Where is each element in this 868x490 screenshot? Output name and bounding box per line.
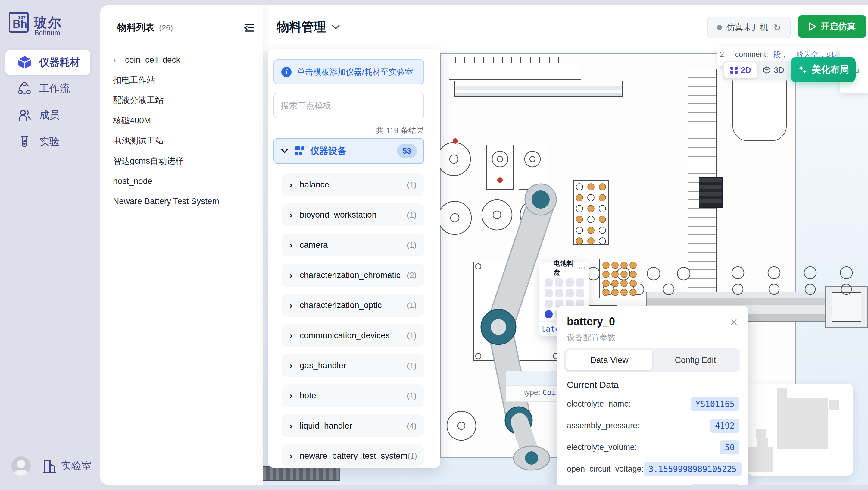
sidebar-item-label: 仪器耗材 xyxy=(39,55,80,69)
minimap[interactable] xyxy=(747,384,853,475)
sidebar-item-label: 成员 xyxy=(39,108,60,122)
type-key: type: xyxy=(524,388,540,397)
cube-3d-icon xyxy=(763,66,771,75)
result-count: 共 119 条结果 xyxy=(274,125,424,136)
experiment-icon xyxy=(18,135,31,149)
status-dot xyxy=(717,25,722,30)
cad-chain-track xyxy=(262,466,340,481)
cad-top-assembly xyxy=(449,63,581,80)
refresh-icon[interactable]: ↻ xyxy=(773,22,781,33)
material-item[interactable]: › host_node xyxy=(111,174,254,188)
tray-cell[interactable] xyxy=(545,299,553,308)
tab-config-edit[interactable]: Config Edit xyxy=(652,350,739,370)
current-data-list: electrolyte_name: YS101165 assembly_pres… xyxy=(567,397,739,485)
group-count-badge: 53 xyxy=(397,144,417,158)
template-item[interactable]: › balance (1) xyxy=(282,173,424,196)
sparkles-icon xyxy=(797,64,807,75)
main-surface: 物料列表 (26) › coin_cell_deck › 扣电工作站 › xyxy=(100,5,868,485)
material-item[interactable]: › 配液分液工站 xyxy=(111,93,254,107)
popup-title: battery_0 xyxy=(567,315,615,328)
tray-cell[interactable] xyxy=(576,279,584,287)
page-title-dropdown[interactable]: 物料管理 xyxy=(277,19,340,35)
view-3d-button[interactable]: 3D xyxy=(757,62,790,78)
user-avatar[interactable] xyxy=(11,456,31,475)
chevron-right-icon: › xyxy=(289,300,292,310)
template-item[interactable]: › characterization_optic (1) xyxy=(282,294,424,317)
template-item[interactable]: › bioyond_workstation (1) xyxy=(282,203,424,226)
close-icon[interactable]: × xyxy=(730,316,738,328)
tray-cell[interactable] xyxy=(545,289,553,297)
data-key: assembly_pressure: xyxy=(567,421,640,430)
tooltip-key: _comment: xyxy=(731,50,768,58)
data-row: open_circuit_voltage: 3.1559998989105225 xyxy=(567,462,739,476)
data-row: data_electrolyte_code: LG000014 xyxy=(567,483,739,485)
tray-cell[interactable] xyxy=(576,289,584,297)
current-data-heading: Current Data xyxy=(567,380,619,390)
material-item[interactable]: › 核磁400M xyxy=(111,114,254,127)
building-icon xyxy=(43,458,57,473)
material-item[interactable]: › 电池测试工站 xyxy=(111,134,254,148)
cad-panel-a xyxy=(486,145,514,190)
cad-rail-carriage-inner xyxy=(832,292,861,322)
template-panel: i 单击模板添加仪器/耗材至实验室 共 119 条结果 仪器设备 53 › ba… xyxy=(268,49,440,468)
sidebar-item-experiments[interactable]: 实验 xyxy=(0,129,100,154)
data-row: electrolyte_name: YS101165 xyxy=(567,397,739,411)
lab-entry[interactable]: 实验室 xyxy=(43,458,92,473)
template-item[interactable]: › liquid_handler (4) xyxy=(282,414,424,437)
brand-name-en: Bohrium xyxy=(34,29,60,37)
lab-entry-label: 实验室 xyxy=(61,459,92,473)
beautify-layout-button[interactable]: 美化布局 xyxy=(790,57,856,82)
chevron-right-icon: › xyxy=(289,361,292,371)
chevron-right-icon: › xyxy=(289,391,292,401)
sidebar-item-workflow[interactable]: 工作流 xyxy=(0,76,100,101)
cad-panel-b xyxy=(519,145,546,190)
sidebar-item-label: 实验 xyxy=(39,135,60,149)
template-item[interactable]: › neware_battery_test_system (1) xyxy=(282,444,424,467)
more-options-icon[interactable]: ••• xyxy=(578,265,586,271)
materials-count: (26) xyxy=(159,23,173,33)
workflow-icon xyxy=(18,82,31,95)
data-value: 4192 xyxy=(710,419,739,433)
chevron-right-icon: › xyxy=(289,240,292,250)
start-simulation-button[interactable]: 开启仿真 xyxy=(798,16,867,38)
template-item[interactable]: › communication_devices (1) xyxy=(282,324,424,347)
tray-cell[interactable] xyxy=(555,279,563,287)
template-item[interactable]: › camera (1) xyxy=(282,234,424,256)
sidebar-item-instruments[interactable]: 仪器耗材 xyxy=(5,50,90,75)
status-label: 仿真未开机 xyxy=(726,22,768,33)
tray-cell[interactable] xyxy=(545,310,553,318)
tray-cell[interactable] xyxy=(545,279,553,287)
members-icon xyxy=(18,108,31,122)
material-item[interactable]: › coin_cell_deck xyxy=(111,53,254,67)
tray-cell[interactable] xyxy=(555,289,563,297)
group-instruments[interactable]: 仪器设备 53 xyxy=(274,138,424,164)
brand-symbol: Bh xyxy=(13,18,27,30)
template-item[interactable]: › characterization_chromatic (2) xyxy=(282,264,424,287)
tab-data-view[interactable]: Data View xyxy=(566,350,652,370)
brand-logo: 107 Bh xyxy=(9,12,29,33)
materials-list: › coin_cell_deck › 扣电工作站 › 配液分液工站 › 核磁40… xyxy=(111,53,254,214)
material-item[interactable]: › 扣电工作站 xyxy=(111,73,254,87)
template-item[interactable]: › hotel (1) xyxy=(282,384,424,407)
cad-top-tabs xyxy=(455,57,564,63)
simulation-status[interactable]: 仿真未开机 ↻ xyxy=(708,17,790,38)
material-item[interactable]: › 智达gcms自动进样 xyxy=(111,154,254,168)
chevron-right-icon: › xyxy=(289,270,292,280)
chevron-right-icon: › xyxy=(289,210,292,220)
material-item[interactable]: › Neware Battery Test System xyxy=(111,194,254,208)
view-2d-button[interactable]: 2D xyxy=(724,62,757,78)
data-key: electrolyte_volume: xyxy=(567,443,637,452)
collapse-panel-icon[interactable] xyxy=(244,23,255,33)
type-value: Coi xyxy=(542,388,556,397)
tray-cell[interactable] xyxy=(566,279,574,287)
tray-title: 电池料盘 xyxy=(554,259,578,277)
data-value: 3.1559998989105225 xyxy=(644,462,742,476)
template-item[interactable]: › gas_handler (1) xyxy=(282,354,424,377)
page-title: 物料管理 xyxy=(277,19,326,35)
cad-gantry-carriage xyxy=(699,177,723,208)
tray-cell[interactable] xyxy=(566,289,574,297)
chevron-down-icon xyxy=(332,24,340,30)
materials-title: 物料列表 xyxy=(118,21,155,34)
template-search-input[interactable] xyxy=(274,93,424,118)
sidebar-item-members[interactable]: 成员 xyxy=(0,103,100,128)
